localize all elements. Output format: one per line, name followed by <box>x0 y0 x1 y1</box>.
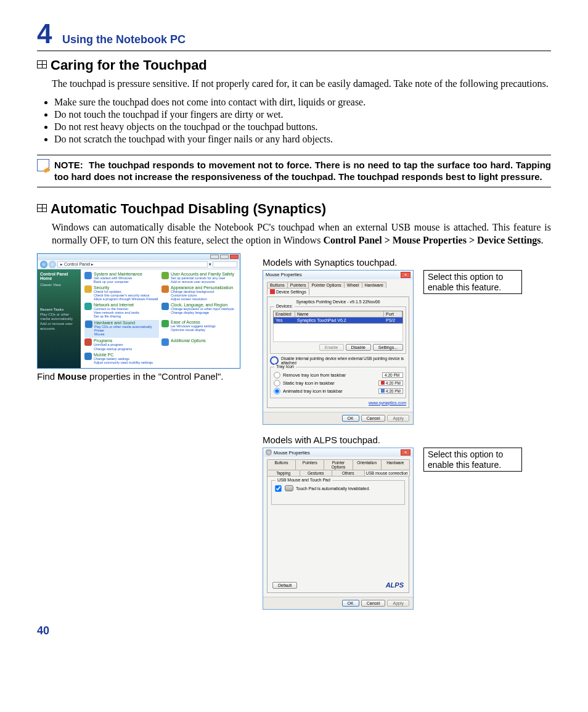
device-settings-icon <box>270 289 275 294</box>
cp-home-link[interactable]: Control Panel Home <box>40 272 78 280</box>
mouse-icon <box>285 485 293 491</box>
cp-search-input[interactable] <box>213 261 237 268</box>
tab-pointer-options[interactable]: Pointer Options <box>308 282 344 288</box>
tray-time-2: 4:20 PM <box>378 380 403 386</box>
page-number: 40 <box>37 624 551 637</box>
cancel-button[interactable]: Cancel <box>361 600 386 607</box>
chapter-number: 4 <box>37 18 52 49</box>
cp-sidebar: Control Panel Home Classic View Recent T… <box>38 269 81 368</box>
devices-group-label: Devices: <box>274 304 295 308</box>
precautions-list: Make sure the touchpad does not come int… <box>37 97 551 145</box>
alps-window: Mouse Properties × ButtonsPointersPointe… <box>263 448 414 610</box>
tab-tapping[interactable]: Tapping <box>267 470 300 476</box>
cp-category[interactable]: Appearance and PersonalizationChange des… <box>161 285 236 302</box>
settings-button[interactable]: Settings... <box>373 344 403 351</box>
cp-addressbar: ▸ Control Panel ▸ ▾ <box>38 260 240 269</box>
cp-category[interactable]: Hardware and SoundPlay CDs or other medi… <box>84 320 159 338</box>
cp-category[interactable]: Clock, Language, and RegionChange keyboa… <box>161 303 236 319</box>
alps-tabs-row1: ButtonsPointersPointer OptionsOrientatio… <box>267 459 409 470</box>
alps-group-label: USB Mouse and Touch Pad <box>276 478 332 482</box>
tab-orientation[interactable]: Orientation <box>353 459 382 470</box>
tab-gestures[interactable]: Gestures <box>300 470 333 476</box>
note-icon <box>37 159 49 171</box>
section-icon <box>37 204 47 212</box>
default-button[interactable]: Default <box>272 582 297 589</box>
tray-time-1: 4:20 PM <box>382 372 403 378</box>
ok-button[interactable]: OK <box>342 415 359 422</box>
apply-button[interactable]: Apply <box>387 415 409 422</box>
minimize-button[interactable] <box>210 255 219 259</box>
close-button[interactable] <box>230 255 239 259</box>
cp-category[interactable]: SecurityCheck for updates Check this com… <box>84 285 159 302</box>
enable-button[interactable]: Enable <box>319 344 344 351</box>
synaptics-window: Mouse Properties × ButtonsPointersPointe… <box>263 270 414 425</box>
tab-others[interactable]: Others <box>332 470 365 476</box>
cp-category[interactable]: Ease of AccessLet Windows suggest settin… <box>161 320 236 338</box>
nav-path: Control Panel > Mouse Properties > Devic… <box>323 235 541 245</box>
tab-pointers[interactable]: Pointers <box>287 282 309 288</box>
ok-button[interactable]: OK <box>342 600 359 607</box>
cp-category[interactable]: ProgramsUninstall a program Change start… <box>84 338 159 351</box>
synaptics-subheader: Models with Synaptics touchpad. <box>263 257 551 268</box>
forward-button[interactable] <box>49 261 56 268</box>
cp-recent-tasks: Recent Tasks Play CDs or other media aut… <box>40 308 78 332</box>
precaution-3: Do not rest heavy objects on the touchpa… <box>54 121 551 133</box>
alps-tabs-row2: TappingGesturesOthersUSB mouse connectio… <box>267 470 409 476</box>
tab-pointer-options[interactable]: Pointer Options <box>324 459 353 470</box>
cp-main-grid: System and MaintenanceGet started with W… <box>81 269 240 368</box>
category-icon <box>161 338 169 346</box>
category-icon <box>84 353 92 360</box>
cp-category[interactable]: System and MaintenanceGet started with W… <box>84 272 159 285</box>
devices-row[interactable]: Yes Synaptics TouchPad V6.2 PS/2 <box>274 317 402 323</box>
close-button[interactable]: × <box>401 449 410 456</box>
note-block: NOTE: The touchpad responds to movement … <box>37 155 551 187</box>
tab-buttons[interactable]: Buttons <box>267 282 288 288</box>
cp-category[interactable]: Additional Options <box>161 338 236 351</box>
category-icon <box>161 285 169 293</box>
section-auto-disable-heading: Automatic Touchpad Disabling (Synaptics) <box>37 201 551 217</box>
disable-touchpad-checkbox[interactable]: Disable internal pointing device when ex… <box>270 356 406 365</box>
callout-synaptics: Select this option to enable this featur… <box>423 270 522 295</box>
category-icon <box>161 272 169 279</box>
cancel-button[interactable]: Cancel <box>361 415 386 422</box>
tab-hardware[interactable]: Hardware <box>362 282 386 288</box>
tray-opt-animated[interactable]: Animated tray icon in taskbar 4:20 PM <box>273 387 403 395</box>
cp-classic-view-link[interactable]: Classic View <box>40 283 78 287</box>
disable-button[interactable]: Disable <box>346 344 371 351</box>
maximize-button[interactable] <box>220 255 229 259</box>
precaution-2: Do not touch the touchpad if your finger… <box>54 109 551 120</box>
apply-button[interactable]: Apply <box>387 600 409 607</box>
tab-buttons[interactable]: Buttons <box>267 459 296 470</box>
tab-hardware[interactable]: Hardware <box>381 459 410 470</box>
synaptics-link[interactable]: www.synaptics.com <box>270 401 406 405</box>
back-button[interactable] <box>40 261 47 268</box>
tray-opt-remove[interactable]: Remove tray icon from taskbar 4:20 PM <box>273 371 403 379</box>
tab-usb-mouse-connection[interactable]: USB mouse connection <box>364 470 410 476</box>
tab-device-settings[interactable]: Device Settings <box>267 288 309 295</box>
cp-category[interactable]: User Accounts and Family SafetySet up pa… <box>161 272 236 285</box>
tray-opt-static[interactable]: Static tray icon in taskbar 4:20 PM <box>273 379 403 387</box>
tab-wheel[interactable]: Wheel <box>344 282 362 288</box>
precaution-4: Do not scratch the touchpad with your fi… <box>54 134 551 145</box>
alps-logo: ALPS <box>386 581 404 589</box>
category-icon <box>161 303 169 310</box>
note-text: NOTE: The touchpad responds to movement … <box>54 159 551 183</box>
caring-intro: The touchpad is pressure sensitive. If n… <box>37 77 551 91</box>
mp-title: Mouse Properties <box>266 272 302 277</box>
cp-category[interactable]: Mobile PCChange battery settings Adjust … <box>84 353 159 366</box>
devices-table: Enabled Name Port Yes Synaptics TouchPad… <box>273 311 403 324</box>
cp-category[interactable]: Network and InternetConnect to the Inter… <box>84 303 159 319</box>
mp-titlebar: Mouse Properties × <box>263 271 413 279</box>
mp-subtitle: Synaptics Pointing Device - v9.1.5 22Nov… <box>270 300 406 304</box>
alps-invalidated-checkbox[interactable]: Touch Pad is automatically invalidated. <box>274 485 402 493</box>
cp-path[interactable]: ▸ Control Panel ▸ <box>57 261 208 268</box>
close-button[interactable]: × <box>401 272 410 278</box>
category-icon <box>84 338 92 346</box>
category-icon <box>85 321 92 328</box>
alps-subheader: Models with ALPS touchpad. <box>263 435 551 445</box>
category-icon <box>84 285 92 293</box>
category-icon <box>84 272 92 279</box>
callout-circle-icon <box>270 356 279 365</box>
tab-pointers[interactable]: Pointers <box>295 459 324 470</box>
mp-tabs: ButtonsPointersPointer OptionsWheelHardw… <box>267 282 409 295</box>
